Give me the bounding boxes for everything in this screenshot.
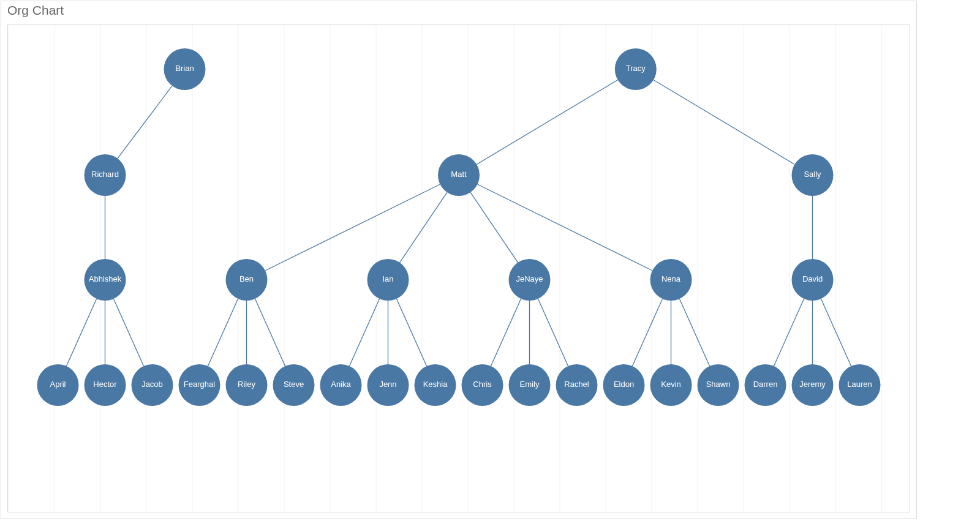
node-lauren[interactable]: Lauren <box>839 364 881 406</box>
edges <box>66 80 851 367</box>
svg-line-21 <box>477 80 617 165</box>
node-jenaye[interactable]: JeNaye <box>509 259 551 301</box>
svg-line-24 <box>265 184 440 271</box>
svg-line-38 <box>491 299 521 366</box>
node-matt[interactable]: Matt <box>438 154 480 196</box>
node-riley[interactable]: Riley <box>226 364 268 406</box>
node-nena[interactable]: Nena <box>650 259 692 301</box>
svg-line-31 <box>113 299 143 366</box>
card-frame: Org Chart BrianTracyRichardMattSallyAbhi… <box>1 1 917 519</box>
node-label: David <box>802 274 823 283</box>
svg-line-25 <box>400 192 448 263</box>
svg-line-41 <box>632 299 662 366</box>
node-label: Eldon <box>614 380 634 389</box>
node-david[interactable]: David <box>792 259 834 301</box>
node-keshia[interactable]: Keshia <box>415 364 456 406</box>
node-ian[interactable]: Ian <box>368 259 409 301</box>
svg-line-32 <box>208 299 238 366</box>
node-shawn[interactable]: Shawn <box>698 364 739 406</box>
svg-line-29 <box>66 299 96 366</box>
node-label: Ben <box>239 274 254 283</box>
node-label: Abhishek <box>89 274 122 283</box>
node-label: Emily <box>520 380 540 389</box>
node-eldon[interactable]: Eldon <box>603 364 645 406</box>
node-chris[interactable]: Chris <box>462 364 503 406</box>
nodes: BrianTracyRichardMattSallyAbhishekBenIan… <box>37 48 881 406</box>
svg-line-27 <box>478 184 653 271</box>
node-label: Jenn <box>379 380 396 389</box>
node-label: Hector <box>93 380 117 389</box>
svg-line-20 <box>118 86 172 159</box>
chart-plot-area: BrianTracyRichardMattSallyAbhishekBenIan… <box>7 24 910 512</box>
node-label: Matt <box>451 170 467 179</box>
node-label: Fearghal <box>184 380 215 389</box>
node-label: Sally <box>804 170 821 179</box>
node-darren[interactable]: Darren <box>745 364 786 406</box>
node-label: Nena <box>662 274 681 283</box>
node-emily[interactable]: Emily <box>509 364 551 406</box>
node-label: Keshia <box>423 380 448 389</box>
node-label: JeNaye <box>516 274 543 283</box>
node-jeremy[interactable]: Jeremy <box>792 364 834 406</box>
node-ben[interactable]: Ben <box>226 259 268 301</box>
node-label: Darren <box>753 380 778 389</box>
node-richard[interactable]: Richard <box>85 154 126 196</box>
node-label: Jacob <box>141 380 163 389</box>
chart-title: Org Chart <box>1 1 916 21</box>
svg-line-40 <box>538 299 568 366</box>
org-chart-svg[interactable]: BrianTracyRichardMattSallyAbhishekBenIan… <box>8 25 910 512</box>
svg-line-46 <box>821 299 851 366</box>
node-anika[interactable]: Anika <box>320 364 362 406</box>
node-label: Brian <box>175 64 194 73</box>
node-label: Tracy <box>626 64 646 73</box>
svg-line-26 <box>470 192 518 263</box>
node-label: Shawn <box>706 380 731 389</box>
svg-line-43 <box>679 299 709 366</box>
node-label: Jeremy <box>799 380 826 389</box>
node-rachel[interactable]: Rachel <box>556 364 598 406</box>
node-steve[interactable]: Steve <box>273 364 315 406</box>
node-label: Anika <box>331 380 351 389</box>
node-label: Steve <box>284 380 304 389</box>
node-kevin[interactable]: Kevin <box>650 364 692 406</box>
node-label: Kevin <box>661 380 681 389</box>
svg-line-34 <box>255 299 285 366</box>
node-sally[interactable]: Sally <box>792 154 834 196</box>
node-label: Rachel <box>564 380 589 389</box>
svg-line-35 <box>349 299 379 366</box>
node-jenn[interactable]: Jenn <box>368 364 409 406</box>
node-label: Richard <box>91 170 119 179</box>
node-april[interactable]: April <box>37 364 79 406</box>
node-jacob[interactable]: Jacob <box>132 364 173 406</box>
svg-line-22 <box>654 80 794 165</box>
node-tracy[interactable]: Tracy <box>615 48 657 90</box>
node-label: Riley <box>238 380 255 389</box>
svg-line-44 <box>774 299 804 366</box>
node-abhishek[interactable]: Abhishek <box>85 259 126 301</box>
node-hector[interactable]: Hector <box>85 364 126 406</box>
node-label: Ian <box>382 274 393 283</box>
node-brian[interactable]: Brian <box>164 48 206 90</box>
node-label: April <box>50 380 66 389</box>
node-fearghal[interactable]: Fearghal <box>179 364 221 406</box>
node-label: Lauren <box>847 380 872 389</box>
node-label: Chris <box>473 380 492 389</box>
